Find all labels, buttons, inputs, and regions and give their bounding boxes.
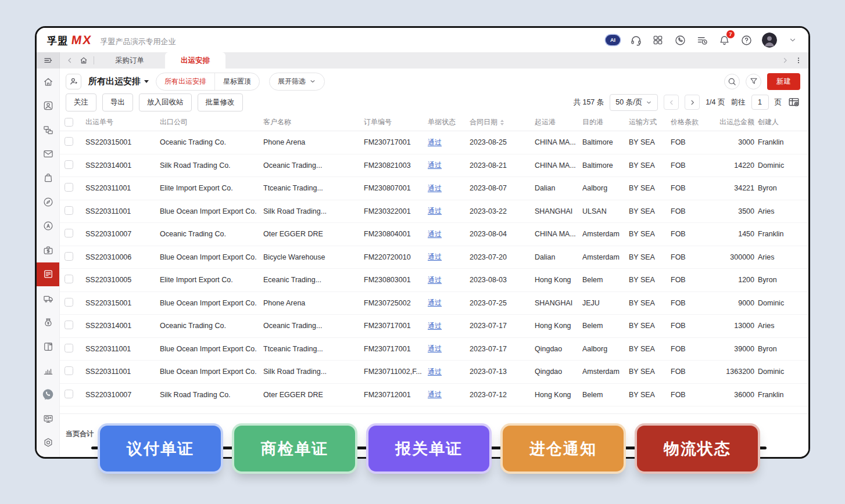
search-icon[interactable] [724, 74, 740, 89]
status-link[interactable]: 通过 [428, 321, 470, 331]
column-header-5[interactable]: 合同日期 [470, 117, 535, 127]
page-size-select[interactable]: 50 条/页 [610, 94, 658, 111]
select-all-checkbox[interactable] [65, 118, 85, 127]
whatsapp-icon[interactable] [674, 34, 686, 46]
toolbar-action-button-0[interactable]: 关注 [66, 93, 96, 111]
status-link[interactable]: 通过 [428, 229, 470, 239]
status-link[interactable]: 通过 [428, 344, 470, 354]
sidebar-item-shipping-doc-icon[interactable] [37, 262, 59, 286]
chevron-down-icon[interactable] [786, 34, 799, 46]
checkbox[interactable] [65, 390, 73, 398]
status-link[interactable]: 通过 [428, 390, 470, 399]
person-view-icon[interactable] [66, 74, 81, 89]
segment-button-0[interactable]: 所有出运安排 [156, 73, 214, 90]
column-header-10[interactable]: 出运总金额 [714, 117, 758, 127]
table-row[interactable]: SS220311001Elite Import Export Co.Ttcean… [60, 177, 808, 200]
status-link[interactable]: 通过 [428, 138, 470, 147]
flow-button-4[interactable]: 物流状态 [637, 426, 758, 471]
tab-purchase-order[interactable]: 采购订单 [99, 52, 160, 69]
sidebar-collapse-button[interactable] [37, 52, 60, 69]
toolbar-action-button-1[interactable]: 导出 [102, 93, 133, 111]
column-header-0[interactable]: 出运单号 [85, 117, 160, 127]
column-header-4[interactable]: 单据状态 [428, 117, 470, 127]
table-row[interactable]: SS220310007Silk Road Trading Co.Oter EGG… [60, 384, 808, 407]
forward-icon[interactable] [781, 56, 789, 64]
status-link[interactable]: 通过 [428, 275, 470, 285]
row-checkbox[interactable] [65, 275, 85, 285]
status-link[interactable]: 通过 [428, 298, 470, 308]
flow-button-2[interactable]: 报关单证 [368, 426, 489, 471]
expand-filter-button[interactable]: 展开筛选 [269, 73, 325, 91]
checkbox[interactable] [65, 321, 73, 329]
column-header-6[interactable]: 起运港 [535, 117, 582, 127]
flow-button-1[interactable]: 商检单证 [234, 426, 355, 471]
checkbox[interactable] [65, 160, 73, 169]
row-checkbox[interactable] [65, 344, 85, 354]
status-link[interactable]: 通过 [428, 160, 470, 170]
home-icon[interactable] [79, 56, 88, 65]
column-header-2[interactable]: 客户名称 [263, 117, 364, 127]
checkbox[interactable] [65, 344, 73, 352]
row-checkbox[interactable] [65, 321, 85, 331]
table-row[interactable]: SS220311001Blue Ocean Import Export Co.T… [60, 338, 808, 361]
checkbox[interactable] [65, 137, 73, 146]
sidebar-item-bar-chart-icon[interactable] [37, 358, 59, 382]
sidebar-item-whatsapp-filled-icon[interactable] [37, 383, 59, 406]
column-header-7[interactable]: 目的港 [582, 117, 629, 127]
row-checkbox[interactable] [65, 229, 85, 239]
sidebar-item-compass-icon[interactable] [37, 190, 59, 214]
table-row[interactable]: SS220310007Oceanic Trading Co.Oter EGGER… [60, 223, 808, 246]
checkbox[interactable] [65, 252, 73, 261]
column-header-1[interactable]: 出口公司 [160, 117, 263, 127]
avatar[interactable] [762, 33, 777, 48]
view-selector[interactable]: 所有出运安排 [88, 76, 149, 87]
sidebar-item-truck-icon[interactable] [37, 286, 59, 310]
next-page-button[interactable] [685, 95, 700, 110]
status-link[interactable]: 通过 [428, 367, 470, 377]
row-checkbox[interactable] [65, 366, 85, 377]
table-row[interactable]: SS220310006Blue Ocean Import Export Co.B… [60, 246, 808, 269]
more-options-icon[interactable] [794, 56, 803, 64]
row-checkbox[interactable] [65, 160, 85, 171]
table-row[interactable]: SS220314001Oceanic Trading Co.Oceanic Tr… [60, 315, 808, 338]
status-link[interactable]: 通过 [428, 206, 470, 216]
sidebar-item-a-circle-icon[interactable] [37, 214, 59, 238]
segment-button-1[interactable]: 星标置顶 [214, 73, 259, 90]
checkbox[interactable] [65, 183, 73, 192]
table-row[interactable]: SS220314001Silk Road Trading Co.Oceanic … [60, 154, 808, 178]
column-header-9[interactable]: 价格条款 [671, 117, 714, 127]
table-settings-icon[interactable] [787, 96, 800, 109]
row-checkbox[interactable] [65, 183, 85, 193]
notification-bell-icon[interactable]: 7 [718, 34, 731, 46]
status-link[interactable]: 通过 [428, 252, 470, 262]
row-checkbox[interactable] [65, 206, 85, 217]
checkbox[interactable] [65, 298, 73, 307]
checkbox[interactable] [65, 275, 73, 283]
sidebar-item-finance-case-icon[interactable] [37, 238, 59, 262]
sidebar-item-monitor-icon[interactable] [37, 406, 59, 430]
sort-icon[interactable] [500, 120, 504, 125]
table-row[interactable]: SS220311001Blue Ocean Import Export Co.S… [60, 200, 808, 224]
sidebar-item-money-bag-icon[interactable] [37, 310, 59, 334]
help-icon[interactable] [740, 34, 753, 46]
flow-button-0[interactable]: 议付单证 [100, 426, 221, 471]
table-row[interactable]: SS220310005Elite Import Export Co.Eceani… [60, 269, 808, 292]
column-header-8[interactable]: 运输方式 [629, 117, 671, 127]
prev-page-button[interactable] [664, 95, 679, 110]
table-row[interactable]: SS220311001Blue Ocean Import Export Co.S… [60, 361, 808, 384]
row-checkbox[interactable] [65, 390, 85, 400]
row-checkbox[interactable] [65, 298, 85, 308]
filter-funnel-icon[interactable] [746, 74, 761, 89]
column-header-11[interactable]: 创建人 [758, 117, 804, 127]
table-row[interactable]: SS220315001Blue Ocean Import Export Co.P… [60, 292, 808, 315]
headset-icon[interactable] [629, 34, 642, 46]
create-button[interactable]: 新建 [767, 73, 800, 90]
sidebar-item-notebook-icon[interactable] [37, 334, 59, 358]
sidebar-item-settings-icon[interactable] [37, 431, 59, 455]
checkbox[interactable] [65, 229, 73, 237]
sidebar-item-home-icon[interactable] [37, 70, 59, 93]
flow-button-3[interactable]: 进仓通知 [503, 426, 624, 471]
sidebar-item-mail-icon[interactable] [37, 142, 59, 165]
back-icon[interactable] [66, 56, 74, 64]
sidebar-item-contacts-icon[interactable] [37, 93, 59, 117]
